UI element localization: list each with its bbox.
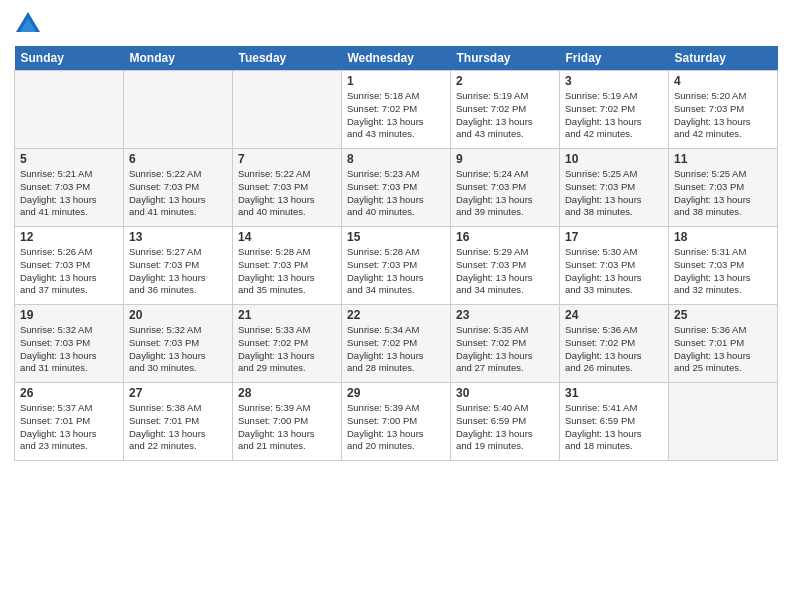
calendar-cell: 6Sunrise: 5:22 AM Sunset: 7:03 PM Daylig… [124,149,233,227]
calendar-cell [233,71,342,149]
day-info: Sunrise: 5:27 AM Sunset: 7:03 PM Dayligh… [129,246,227,297]
day-info: Sunrise: 5:31 AM Sunset: 7:03 PM Dayligh… [674,246,772,297]
calendar-cell: 30Sunrise: 5:40 AM Sunset: 6:59 PM Dayli… [451,383,560,461]
day-number: 29 [347,386,445,400]
logo [14,10,46,38]
week-row-3: 12Sunrise: 5:26 AM Sunset: 7:03 PM Dayli… [15,227,778,305]
day-info: Sunrise: 5:28 AM Sunset: 7:03 PM Dayligh… [238,246,336,297]
day-info: Sunrise: 5:37 AM Sunset: 7:01 PM Dayligh… [20,402,118,453]
day-info: Sunrise: 5:34 AM Sunset: 7:02 PM Dayligh… [347,324,445,375]
col-header-wednesday: Wednesday [342,46,451,71]
calendar-cell: 3Sunrise: 5:19 AM Sunset: 7:02 PM Daylig… [560,71,669,149]
day-number: 4 [674,74,772,88]
day-info: Sunrise: 5:35 AM Sunset: 7:02 PM Dayligh… [456,324,554,375]
calendar-cell: 28Sunrise: 5:39 AM Sunset: 7:00 PM Dayli… [233,383,342,461]
calendar-cell: 16Sunrise: 5:29 AM Sunset: 7:03 PM Dayli… [451,227,560,305]
calendar-cell [15,71,124,149]
calendar-cell: 12Sunrise: 5:26 AM Sunset: 7:03 PM Dayli… [15,227,124,305]
calendar-cell: 26Sunrise: 5:37 AM Sunset: 7:01 PM Dayli… [15,383,124,461]
day-number: 20 [129,308,227,322]
week-row-4: 19Sunrise: 5:32 AM Sunset: 7:03 PM Dayli… [15,305,778,383]
calendar-cell: 17Sunrise: 5:30 AM Sunset: 7:03 PM Dayli… [560,227,669,305]
calendar-cell: 5Sunrise: 5:21 AM Sunset: 7:03 PM Daylig… [15,149,124,227]
day-number: 21 [238,308,336,322]
calendar-container: SundayMondayTuesdayWednesdayThursdayFrid… [0,0,792,471]
col-header-saturday: Saturday [669,46,778,71]
logo-icon [14,10,42,38]
day-info: Sunrise: 5:26 AM Sunset: 7:03 PM Dayligh… [20,246,118,297]
day-info: Sunrise: 5:33 AM Sunset: 7:02 PM Dayligh… [238,324,336,375]
calendar-cell: 21Sunrise: 5:33 AM Sunset: 7:02 PM Dayli… [233,305,342,383]
day-info: Sunrise: 5:40 AM Sunset: 6:59 PM Dayligh… [456,402,554,453]
day-info: Sunrise: 5:21 AM Sunset: 7:03 PM Dayligh… [20,168,118,219]
day-info: Sunrise: 5:41 AM Sunset: 6:59 PM Dayligh… [565,402,663,453]
day-info: Sunrise: 5:25 AM Sunset: 7:03 PM Dayligh… [674,168,772,219]
day-number: 6 [129,152,227,166]
day-info: Sunrise: 5:24 AM Sunset: 7:03 PM Dayligh… [456,168,554,219]
calendar-cell: 8Sunrise: 5:23 AM Sunset: 7:03 PM Daylig… [342,149,451,227]
calendar-cell: 7Sunrise: 5:22 AM Sunset: 7:03 PM Daylig… [233,149,342,227]
calendar-cell: 9Sunrise: 5:24 AM Sunset: 7:03 PM Daylig… [451,149,560,227]
day-number: 28 [238,386,336,400]
week-row-1: 1Sunrise: 5:18 AM Sunset: 7:02 PM Daylig… [15,71,778,149]
day-number: 25 [674,308,772,322]
calendar-cell [124,71,233,149]
day-info: Sunrise: 5:30 AM Sunset: 7:03 PM Dayligh… [565,246,663,297]
day-number: 14 [238,230,336,244]
week-row-5: 26Sunrise: 5:37 AM Sunset: 7:01 PM Dayli… [15,383,778,461]
day-number: 3 [565,74,663,88]
calendar-cell: 31Sunrise: 5:41 AM Sunset: 6:59 PM Dayli… [560,383,669,461]
calendar-cell: 1Sunrise: 5:18 AM Sunset: 7:02 PM Daylig… [342,71,451,149]
day-info: Sunrise: 5:36 AM Sunset: 7:01 PM Dayligh… [674,324,772,375]
col-header-sunday: Sunday [15,46,124,71]
calendar-cell: 13Sunrise: 5:27 AM Sunset: 7:03 PM Dayli… [124,227,233,305]
day-info: Sunrise: 5:36 AM Sunset: 7:02 PM Dayligh… [565,324,663,375]
day-number: 17 [565,230,663,244]
day-number: 18 [674,230,772,244]
day-number: 15 [347,230,445,244]
calendar-cell: 25Sunrise: 5:36 AM Sunset: 7:01 PM Dayli… [669,305,778,383]
col-header-tuesday: Tuesday [233,46,342,71]
calendar-cell: 4Sunrise: 5:20 AM Sunset: 7:03 PM Daylig… [669,71,778,149]
day-number: 10 [565,152,663,166]
day-info: Sunrise: 5:19 AM Sunset: 7:02 PM Dayligh… [456,90,554,141]
week-row-2: 5Sunrise: 5:21 AM Sunset: 7:03 PM Daylig… [15,149,778,227]
day-number: 11 [674,152,772,166]
day-info: Sunrise: 5:20 AM Sunset: 7:03 PM Dayligh… [674,90,772,141]
calendar-cell: 29Sunrise: 5:39 AM Sunset: 7:00 PM Dayli… [342,383,451,461]
day-info: Sunrise: 5:32 AM Sunset: 7:03 PM Dayligh… [129,324,227,375]
day-number: 23 [456,308,554,322]
calendar-cell: 24Sunrise: 5:36 AM Sunset: 7:02 PM Dayli… [560,305,669,383]
day-info: Sunrise: 5:23 AM Sunset: 7:03 PM Dayligh… [347,168,445,219]
calendar-cell: 27Sunrise: 5:38 AM Sunset: 7:01 PM Dayli… [124,383,233,461]
header [14,10,778,38]
day-number: 16 [456,230,554,244]
day-number: 30 [456,386,554,400]
day-number: 7 [238,152,336,166]
calendar-cell: 19Sunrise: 5:32 AM Sunset: 7:03 PM Dayli… [15,305,124,383]
calendar-cell: 14Sunrise: 5:28 AM Sunset: 7:03 PM Dayli… [233,227,342,305]
day-info: Sunrise: 5:18 AM Sunset: 7:02 PM Dayligh… [347,90,445,141]
day-info: Sunrise: 5:28 AM Sunset: 7:03 PM Dayligh… [347,246,445,297]
calendar-cell: 22Sunrise: 5:34 AM Sunset: 7:02 PM Dayli… [342,305,451,383]
calendar-cell: 18Sunrise: 5:31 AM Sunset: 7:03 PM Dayli… [669,227,778,305]
day-info: Sunrise: 5:19 AM Sunset: 7:02 PM Dayligh… [565,90,663,141]
day-number: 1 [347,74,445,88]
day-info: Sunrise: 5:22 AM Sunset: 7:03 PM Dayligh… [129,168,227,219]
day-info: Sunrise: 5:39 AM Sunset: 7:00 PM Dayligh… [347,402,445,453]
col-header-friday: Friday [560,46,669,71]
day-number: 12 [20,230,118,244]
day-number: 5 [20,152,118,166]
col-header-monday: Monday [124,46,233,71]
header-row: SundayMondayTuesdayWednesdayThursdayFrid… [15,46,778,71]
calendar-cell: 2Sunrise: 5:19 AM Sunset: 7:02 PM Daylig… [451,71,560,149]
day-number: 13 [129,230,227,244]
day-number: 8 [347,152,445,166]
calendar-table: SundayMondayTuesdayWednesdayThursdayFrid… [14,46,778,461]
day-info: Sunrise: 5:39 AM Sunset: 7:00 PM Dayligh… [238,402,336,453]
day-number: 26 [20,386,118,400]
day-number: 19 [20,308,118,322]
day-number: 9 [456,152,554,166]
col-header-thursday: Thursday [451,46,560,71]
day-info: Sunrise: 5:29 AM Sunset: 7:03 PM Dayligh… [456,246,554,297]
